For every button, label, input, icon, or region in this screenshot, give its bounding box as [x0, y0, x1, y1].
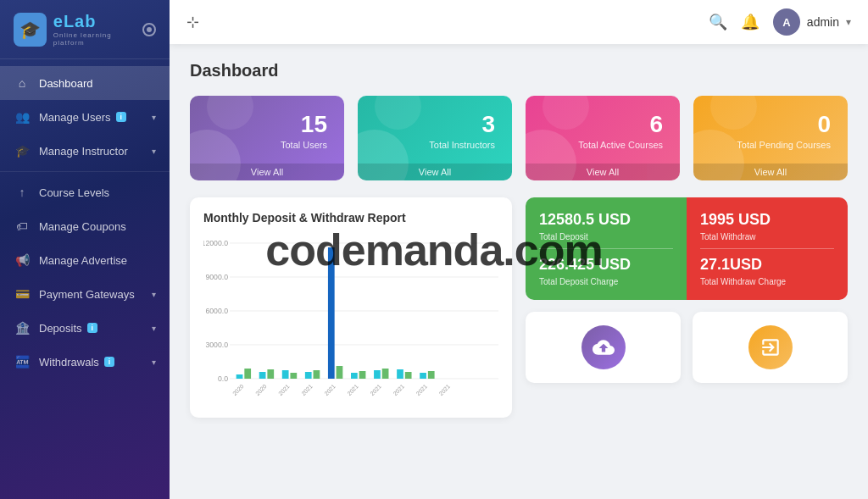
- svg-rect-14: [282, 370, 289, 379]
- svg-text:12000.0: 12000.0: [203, 239, 228, 247]
- finance-card-total-deposit: 12580.5 USD Total Deposit 226.425 USD To…: [526, 197, 687, 300]
- svg-rect-12: [259, 372, 266, 379]
- bar-chart: 12000.0 9000.0 6000.0 3000.0 0.0: [203, 235, 498, 404]
- upload-icon-card[interactable]: [526, 312, 681, 383]
- stat-label: Total Users: [207, 140, 327, 150]
- content-area: Dashboard 15 Total Users View All 3 Tota…: [170, 44, 868, 499]
- stat-label: Total Pending Courses: [710, 140, 831, 150]
- stat-card-active-courses: 6 Total Active Courses View All: [526, 96, 680, 180]
- svg-text:9000.0: 9000.0: [205, 273, 228, 281]
- chart-area: 12000.0 9000.0 6000.0 3000.0 0.0: [203, 235, 498, 404]
- total-withdraw-label: Total Withdraw: [700, 232, 834, 241]
- view-all-button[interactable]: View All: [358, 164, 512, 180]
- chart-card: Monthly Deposit & Withdraw Report 12000.…: [190, 197, 512, 418]
- svg-rect-16: [305, 372, 312, 379]
- sidebar-item-withdrawals[interactable]: 🏧 Withdrawals i ▾: [0, 345, 170, 379]
- sidebar-item-label: Course Levels: [39, 186, 109, 199]
- logo-text-block: eLab Online learning platform: [53, 12, 143, 47]
- finance-card-total-withdraw: 1995 USD Total Withdraw 27.1USD Total Wi…: [687, 197, 848, 300]
- withdraw-charge-label: Total Withdraw Charge: [700, 277, 834, 286]
- svg-text:2021: 2021: [300, 383, 314, 396]
- exit-icon-card[interactable]: [693, 312, 848, 383]
- manage-instructor-icon: 🎓: [14, 142, 31, 159]
- deposit-charge-label: Total Deposit Charge: [539, 277, 673, 286]
- cloud-upload-icon: [593, 336, 615, 358]
- sidebar-item-course-levels[interactable]: ↑ Course Levels: [0, 175, 170, 209]
- topbar: ⊹ 🔍 🔔 A admin ▾: [170, 0, 868, 44]
- logo-text: eLab: [53, 12, 143, 31]
- view-all-button[interactable]: View All: [693, 164, 848, 180]
- sidebar-item-label: Dashboard: [39, 77, 93, 90]
- svg-text:2021: 2021: [277, 383, 291, 396]
- svg-text:3000.0: 3000.0: [205, 341, 228, 349]
- stat-card-total-users: 15 Total Users View All: [190, 96, 344, 180]
- expand-icon[interactable]: ⊹: [186, 13, 199, 31]
- withdrawals-icon: 🏧: [14, 353, 31, 370]
- exit-icon-circle: [748, 325, 793, 369]
- logo-sub: Online learning platform: [53, 31, 143, 47]
- sidebar-item-label: Manage Advertise: [39, 254, 127, 267]
- sidebar-item-label: Manage Users: [39, 111, 111, 124]
- dashboard-icon: ⌂: [14, 75, 31, 91]
- sidebar-item-label: Manage Coupons: [39, 220, 126, 233]
- sidebar-item-label: Deposits: [39, 322, 82, 335]
- svg-text:2021: 2021: [369, 383, 382, 396]
- upload-icon-circle: [581, 325, 626, 369]
- manage-advertise-icon: 📢: [14, 252, 31, 269]
- stat-label: Total Active Courses: [542, 140, 663, 150]
- chevron-down-icon: ▾: [152, 147, 156, 156]
- svg-rect-21: [359, 371, 366, 379]
- svg-rect-11: [244, 369, 251, 379]
- svg-text:2021: 2021: [346, 383, 359, 396]
- bell-icon[interactable]: 🔔: [741, 13, 760, 31]
- svg-rect-17: [314, 370, 320, 379]
- finance-grid: 12580.5 USD Total Deposit 226.425 USD To…: [526, 197, 848, 300]
- sidebar-item-manage-coupons[interactable]: 🏷 Manage Coupons: [0, 209, 170, 243]
- sidebar-pin[interactable]: [142, 23, 156, 36]
- chevron-down-icon: ▾: [152, 358, 156, 367]
- svg-rect-18: [328, 247, 335, 379]
- deposits-icon: 🏦: [14, 319, 31, 336]
- svg-rect-22: [374, 370, 381, 379]
- finance-divider: [539, 248, 673, 249]
- search-icon[interactable]: 🔍: [709, 13, 727, 31]
- sidebar-item-dashboard[interactable]: ⌂ Dashboard: [0, 66, 170, 100]
- svg-text:2021: 2021: [392, 383, 406, 396]
- svg-text:2021: 2021: [415, 383, 429, 396]
- svg-rect-13: [267, 369, 274, 379]
- view-all-button[interactable]: View All: [190, 164, 344, 180]
- svg-rect-27: [428, 371, 435, 379]
- sidebar-item-manage-advertise[interactable]: 📢 Manage Advertise: [0, 243, 170, 277]
- svg-rect-10: [236, 374, 243, 379]
- sidebar-item-label: Withdrawals: [39, 356, 99, 369]
- sidebar-item-payment-gateways[interactable]: 💳 Payment Gateways ▾: [0, 277, 170, 311]
- chevron-down-icon: ▾: [152, 324, 156, 333]
- sidebar-item-manage-instructor[interactable]: 🎓 Manage Instructor ▾: [0, 134, 170, 168]
- svg-text:6000.0: 6000.0: [205, 307, 228, 315]
- pin-dot: [147, 27, 152, 32]
- topbar-actions: 🔍 🔔 A admin ▾: [709, 8, 851, 36]
- nav-divider: [0, 171, 170, 172]
- avatar: A: [773, 8, 800, 36]
- icon-cards-row: [526, 312, 848, 383]
- svg-text:2020: 2020: [254, 383, 268, 396]
- withdrawals-badge: i: [104, 357, 115, 367]
- manage-coupons-icon: 🏷: [14, 218, 31, 235]
- users-badge: i: [116, 112, 127, 122]
- deposits-badge: i: [87, 323, 98, 333]
- sidebar: 🎓 eLab Online learning platform ⌂ Dashbo…: [0, 0, 170, 499]
- sidebar-item-deposits[interactable]: 🏦 Deposits i ▾: [0, 311, 170, 345]
- total-deposit-label: Total Deposit: [539, 232, 673, 241]
- stat-card-total-instructors: 3 Total Instructors View All: [358, 96, 512, 180]
- total-deposit-amount: 12580.5 USD: [539, 211, 673, 229]
- user-chevron-icon: ▾: [846, 16, 851, 28]
- view-all-button[interactable]: View All: [526, 164, 680, 180]
- chevron-down-icon: ▾: [152, 113, 156, 122]
- svg-rect-26: [420, 373, 426, 379]
- user-menu[interactable]: A admin ▾: [773, 8, 851, 36]
- username: admin: [807, 15, 839, 29]
- sidebar-item-manage-users[interactable]: 👥 Manage Users i ▾: [0, 100, 170, 134]
- sidebar-nav: ⌂ Dashboard 👥 Manage Users i ▾ 🎓 Manage …: [0, 59, 170, 499]
- logo-area: 🎓 eLab Online learning platform: [0, 0, 170, 59]
- sidebar-item-label: Manage Instructor: [39, 145, 128, 158]
